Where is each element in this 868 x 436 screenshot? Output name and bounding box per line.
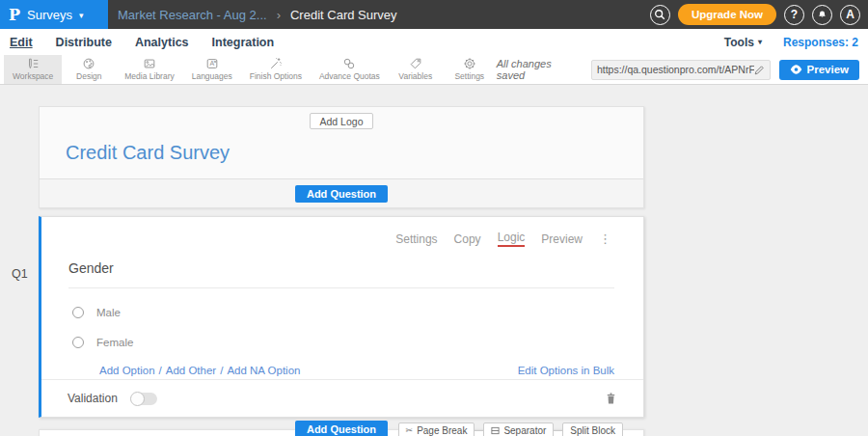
add-question-strip: Add Question [40, 179, 643, 207]
trash-icon [605, 392, 617, 405]
breadcrumb-current-survey: Credit Card Survey [290, 8, 397, 22]
preview-label: Preview [807, 64, 849, 75]
option-actions-row: Add Option / Add Other / Add NA Option E… [99, 365, 614, 376]
tools-dropdown[interactable]: Tools ▾ [724, 36, 762, 49]
add-other-link[interactable]: Add Other [166, 365, 216, 376]
toolbar-item-advance-quotas[interactable]: Advance Quotas [311, 55, 389, 84]
toolbar-item-label: Settings [454, 71, 484, 81]
toolbar-item-design[interactable]: Design [62, 55, 116, 84]
toolbar-item-media-library[interactable]: Media Library [116, 55, 182, 84]
radio-button[interactable] [72, 337, 84, 348]
delete-question-button[interactable] [605, 392, 617, 405]
radio-button[interactable] [72, 307, 84, 318]
surveys-product-menu[interactable]: P Surveys ▾ [0, 0, 108, 29]
breadcrumb-folder-link[interactable]: Market Research - Aug 2... [118, 8, 267, 22]
toolbar-item-label: Languages [192, 71, 232, 81]
answer-option-row: Male [72, 307, 643, 318]
toolbar-item-workspace[interactable]: Workspace [4, 55, 62, 84]
question-copy-link[interactable]: Copy [454, 232, 481, 246]
connector-line [475, 430, 483, 431]
toolbar-item-languages[interactable]: A Languages [183, 55, 241, 84]
responses-link[interactable]: Responses: 2 [783, 36, 858, 49]
insert-section: Add Question ✂ Page Break Separator Spli… [39, 429, 644, 436]
top-header: P Surveys ▾ Market Research - Aug 2... ›… [0, 0, 868, 29]
question-menu: Settings Copy Logic Preview ⋮ [395, 231, 611, 247]
breadcrumb: Market Research - Aug 2... › Credit Card… [118, 8, 397, 22]
separator-button[interactable]: Separator [483, 422, 554, 436]
tab-edit[interactable]: Edit [10, 36, 33, 49]
survey-editor-canvas: Q1 Add Logo Credit Card Survey Add Quest… [0, 106, 868, 436]
editor-toolbar: Workspace Design Media Library A Languag… [0, 55, 868, 85]
question-settings-link[interactable]: Settings [395, 232, 437, 246]
page-break-button[interactable]: ✂ Page Break [398, 422, 475, 436]
validation-label: Validation [68, 392, 118, 405]
option-label[interactable]: Male [96, 307, 121, 318]
tab-distribute[interactable]: Distribute [56, 36, 112, 49]
answer-option-row: Female [72, 337, 643, 348]
workspace-icon [26, 57, 40, 70]
svg-text:A: A [209, 60, 214, 67]
chevron-right-icon: › [277, 8, 281, 22]
toolbar-item-label: Media Library [124, 71, 175, 81]
toolbar-item-label: Advance Quotas [319, 71, 380, 81]
help-button[interactable]: ? [784, 5, 804, 25]
question-logic-link[interactable]: Logic [498, 231, 526, 247]
toolbar-item-label: Variables [398, 71, 432, 81]
add-question-button-top[interactable]: Add Question [295, 185, 388, 203]
tab-integration[interactable]: Integration [212, 36, 275, 49]
search-icon [654, 9, 665, 20]
bell-icon [817, 10, 827, 20]
edit-options-in-bulk-link[interactable]: Edit Options in Bulk [518, 365, 614, 376]
tab-analytics[interactable]: Analytics [135, 36, 189, 49]
caret-down-icon: ▾ [758, 38, 762, 46]
toolbar-item-settings[interactable]: Settings [443, 55, 497, 84]
insert-actions: ✂ Page Break Separator Split Block [398, 422, 623, 436]
account-avatar-button[interactable]: A [840, 5, 860, 25]
preview-button[interactable]: Preview [779, 60, 859, 80]
nav-right: Tools ▾ Responses: 2 [724, 36, 858, 49]
connector-line [554, 430, 562, 431]
toolbar-item-variables[interactable]: Variables [389, 55, 443, 84]
page-break-icon: ✂ [406, 426, 414, 435]
notifications-button[interactable] [812, 5, 832, 25]
survey-url-input[interactable] [597, 64, 754, 75]
kebab-menu-icon[interactable]: ⋮ [599, 232, 611, 245]
tag-icon [409, 57, 422, 70]
caret-down-icon: ▾ [79, 11, 84, 20]
survey-title[interactable]: Credit Card Survey [66, 142, 617, 164]
upgrade-now-button[interactable]: Upgrade Now [678, 4, 776, 25]
header-actions: Upgrade Now ? A [650, 4, 868, 25]
title-row: Credit Card Survey [40, 134, 643, 179]
quota-links-icon [342, 57, 356, 70]
add-option-link[interactable]: Add Option [99, 365, 155, 376]
avatar: A [846, 8, 854, 21]
question-text[interactable]: Gender [68, 260, 614, 288]
add-question-button-bottom[interactable]: Add Question [295, 421, 388, 436]
palette-icon [82, 57, 95, 70]
eye-icon [790, 65, 802, 74]
image-icon [143, 57, 156, 70]
separator-label: Separator [503, 425, 546, 436]
toolbar-item-label: Design [76, 71, 101, 81]
magic-wand-icon [269, 57, 283, 70]
split-block-label: Split Block [570, 425, 615, 436]
option-label[interactable]: Female [96, 337, 133, 348]
toggle-knob [130, 392, 145, 406]
search-button[interactable] [650, 5, 670, 25]
add-logo-button[interactable]: Add Logo [310, 113, 374, 129]
add-na-option-link[interactable]: Add NA Option [227, 365, 300, 376]
toolbar-right: All changes saved Preview [497, 55, 868, 84]
logo-row: Add Logo [40, 107, 643, 134]
save-status: All changes saved [497, 58, 583, 81]
question-footer: Validation [41, 379, 643, 417]
question-preview-link[interactable]: Preview [541, 232, 583, 246]
surveys-menu-label: Surveys [27, 8, 72, 22]
toolbar-item-finish-options[interactable]: Finish Options [241, 55, 311, 84]
split-block-button[interactable]: Split Block [562, 422, 623, 436]
validation-toggle[interactable] [131, 393, 157, 405]
slash-separator: / [220, 365, 223, 376]
survey-header-card: Add Logo Credit Card Survey Add Question [39, 106, 644, 208]
edit-pencil-icon[interactable] [754, 65, 765, 75]
toolbar-item-label: Workspace [13, 71, 53, 81]
questionpro-logo: P [9, 6, 20, 24]
